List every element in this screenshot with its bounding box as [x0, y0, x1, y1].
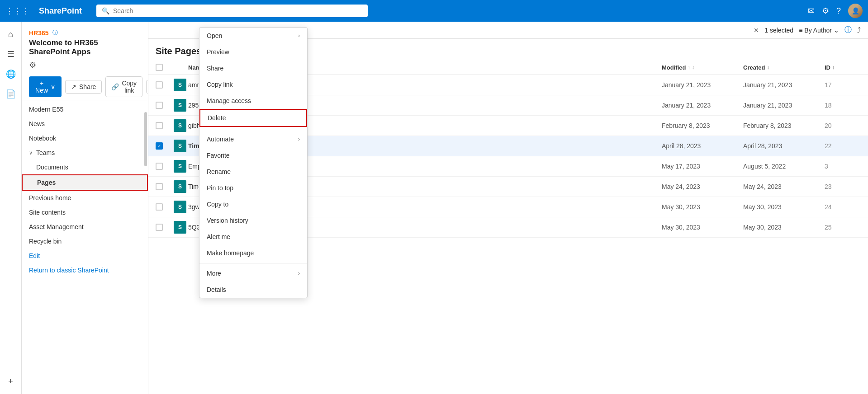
iconbar-home[interactable]: ⌂ [2, 25, 20, 43]
sidebar-item-news[interactable]: News [22, 117, 148, 131]
row-id-col: 3 [825, 163, 861, 170]
context-menu-item-preview[interactable]: Preview [199, 44, 307, 60]
sidebar-item-moderne55[interactable]: Modern E55 [22, 102, 148, 117]
pages-label: Pages [37, 179, 56, 186]
row-checkbox[interactable] [156, 81, 163, 89]
copy-link-button[interactable]: 🔗 Copy link [105, 76, 142, 97]
sidebar-item-recycle-bin[interactable]: Recycle bin [22, 234, 148, 249]
submenu-arrow-icon: › [298, 33, 300, 39]
context-menu-item-manage-access[interactable]: Manage access [199, 93, 307, 109]
modified-date: May 17, 2023 [662, 163, 700, 170]
menu-item-label: Copy to [207, 201, 228, 208]
row-checkbox[interactable] [156, 163, 163, 170]
search-input[interactable] [113, 7, 362, 14]
hr365-badge: HR365 [29, 29, 49, 37]
row-id: 18 [825, 102, 832, 109]
sidebar-item-return-classic[interactable]: Return to classic SharePoint [22, 263, 148, 277]
sidebar-item-site-contents[interactable]: Site contents [22, 205, 148, 220]
row-check-col: ✓ [156, 142, 174, 150]
id-sort-icon[interactable]: ↕ [832, 65, 835, 70]
new-chevron-icon: ∨ [51, 83, 55, 90]
sidebar-item-teams[interactable]: ∨ Teams [22, 145, 148, 160]
modified-col-label: Modified [662, 64, 686, 71]
context-menu-item-details[interactable]: Details [199, 281, 307, 298]
context-menu-item-favorite[interactable]: Favorite [199, 147, 307, 164]
created-date: May 30, 2023 [743, 203, 782, 211]
share-button[interactable]: ↗ Share [65, 80, 102, 94]
context-menu-item-alert-me[interactable]: Alert me [199, 229, 307, 245]
documents-label: Documents [36, 164, 68, 171]
sidebar-item-asset-management[interactable]: Asset Management [22, 220, 148, 234]
modified-sort-icon[interactable]: ↕ [692, 65, 695, 70]
context-menu-item-version-history[interactable]: Version history [199, 212, 307, 229]
modified-date: February 8, 2023 [662, 122, 710, 129]
file-icon: S [174, 119, 186, 132]
help-icon[interactable]: ? [836, 6, 841, 16]
context-menu-item-delete[interactable]: Delete [199, 109, 307, 127]
row-id: 3 [825, 163, 828, 170]
avatar[interactable]: 👤 [848, 4, 863, 18]
settings-panel-icon[interactable]: ⚙ [29, 60, 36, 70]
created-sort-icon[interactable]: ↕ [767, 65, 769, 70]
row-id: 24 [825, 203, 832, 211]
sidebar-item-notebook[interactable]: Notebook [22, 131, 148, 145]
iconbar-pages[interactable]: 📄 [2, 85, 20, 103]
sidebar-item-edit[interactable]: Edit [22, 249, 148, 263]
header-modified-col[interactable]: Modified ↑ ↕ [662, 64, 743, 71]
row-checkbox[interactable] [156, 224, 163, 231]
waffle-icon[interactable]: ⋮⋮⋮ [5, 6, 30, 16]
info-icon[interactable]: ⓘ [844, 25, 852, 35]
new-button[interactable]: + New ∨ [29, 76, 62, 97]
menu-item-label: Pin to top [207, 184, 233, 192]
sidebar-item-previous-home[interactable]: Previous home [22, 191, 148, 205]
row-checkbox[interactable]: ✓ [156, 142, 163, 150]
recycle-bin-label: Recycle bin [29, 238, 62, 245]
context-menu-item-automate[interactable]: Automate › [199, 131, 307, 147]
file-icon: S [174, 160, 186, 173]
row-checkbox[interactable] [156, 102, 163, 109]
context-menu-item-pin-to-top[interactable]: Pin to top [199, 180, 307, 196]
header-created-col[interactable]: Created ↕ [743, 64, 825, 71]
row-icon-col: S [174, 221, 188, 234]
modified-date: April 28, 2023 [662, 142, 701, 150]
row-id-col: 25 [825, 224, 861, 231]
menu-item-label: Preview [207, 48, 229, 56]
context-menu-item-copy-link[interactable]: Copy link [199, 76, 307, 93]
row-checkbox[interactable] [156, 203, 163, 211]
row-id-col: 18 [825, 102, 861, 109]
row-check-col [156, 224, 174, 231]
by-author-button[interactable]: ≡ By Author ⌄ [799, 27, 839, 34]
row-id: 25 [825, 224, 832, 231]
sidebar-scrollbar[interactable] [144, 112, 147, 166]
row-modified-col: May 30, 2023 [662, 203, 743, 211]
deselect-button[interactable]: ✕ [754, 27, 759, 34]
sidebar-item-pages[interactable]: Pages [22, 174, 148, 191]
expand-icon[interactable]: ⤴ [857, 26, 861, 34]
context-menu-item-copy-to[interactable]: Copy to [199, 196, 307, 212]
context-menu-item-share[interactable]: Share [199, 60, 307, 76]
selection-count: 1 selected [764, 27, 793, 34]
row-checkbox[interactable] [156, 183, 163, 190]
news-label: News [29, 120, 45, 127]
sidebar-item-documents[interactable]: Documents [22, 160, 148, 174]
file-icon: S [174, 79, 186, 91]
modified-sort-asc-icon[interactable]: ↑ [688, 65, 690, 70]
select-all-checkbox[interactable] [156, 64, 163, 71]
iconbar-add[interactable]: + [2, 372, 20, 390]
submenu-arrow-icon: › [298, 136, 300, 142]
settings-icon[interactable]: ⚙ [822, 6, 829, 16]
menu-item-label: More [207, 270, 221, 277]
row-icon-col: S [174, 99, 188, 112]
context-menu-item-make-homepage[interactable]: Make homepage [199, 245, 307, 261]
created-date: January 21, 2023 [743, 102, 792, 109]
row-id-col: 24 [825, 203, 861, 211]
iconbar-globe[interactable]: 🌐 [2, 65, 20, 83]
context-menu-item-rename[interactable]: Rename [199, 164, 307, 180]
context-menu-item-open[interactable]: Open › [199, 28, 307, 44]
row-checkbox[interactable] [156, 122, 163, 129]
iconbar-feed[interactable]: ☰ [2, 45, 20, 63]
feedback-icon[interactable]: ✉ [808, 6, 815, 16]
context-menu-item-more[interactable]: More › [199, 265, 307, 281]
site-logo-area: HR365 ⓘ [22, 25, 148, 38]
header-id-col[interactable]: ID ↕ [825, 64, 861, 71]
